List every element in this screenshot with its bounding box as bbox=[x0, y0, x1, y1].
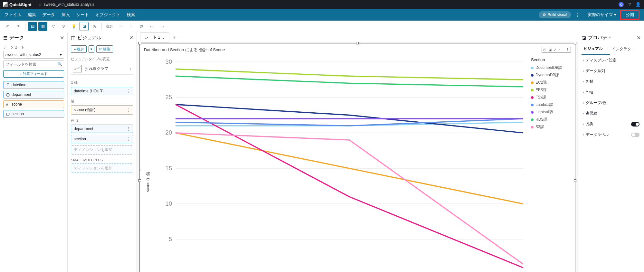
field-department[interactable]: ▢department bbox=[3, 91, 64, 98]
canvas: シート 1 ⌄ + Datetime and Section による 合計 of… bbox=[137, 32, 578, 272]
properties-icon: ◪ bbox=[582, 35, 586, 41]
legend-item[interactable]: DynamoDB課 bbox=[531, 71, 569, 79]
close-icon[interactable]: ✕ bbox=[60, 35, 64, 41]
filter-icon[interactable]: ▽ bbox=[49, 22, 58, 31]
sheet-tab-1[interactable]: シート 1 ⌄ bbox=[140, 32, 169, 42]
more-menu-icon[interactable]: ⋮ bbox=[575, 12, 580, 18]
add-visual-dropdown[interactable]: ▾ bbox=[89, 45, 94, 53]
menu-file[interactable]: ファイル bbox=[5, 12, 21, 18]
publish-button[interactable]: 公開 bbox=[620, 10, 639, 20]
help-icon[interactable]: ? bbox=[628, 2, 631, 7]
properties-panel: ◪ プロパティ ✕ ビジュアル ⋮ インタラク… ›ディスプレイ設定›データ系列… bbox=[578, 32, 644, 272]
resize-handle[interactable] bbox=[574, 179, 576, 182]
toggle[interactable] bbox=[631, 133, 639, 137]
chevron-down-icon[interactable]: ⌄ bbox=[162, 35, 165, 40]
prop-tab-visual[interactable]: ビジュアル ⋮ bbox=[582, 43, 610, 55]
add-sheet-button[interactable]: + bbox=[173, 34, 176, 41]
favorite-star-icon[interactable]: ☆ bbox=[38, 2, 42, 7]
prop-row[interactable]: ›グループ/色 bbox=[578, 98, 644, 108]
search-icon[interactable]: 🔍 bbox=[57, 62, 62, 66]
more-icon[interactable]: ⋮ bbox=[127, 127, 130, 131]
analysis-title[interactable]: sweets_with_status2 analysis bbox=[44, 2, 94, 7]
analytics-icon[interactable]: ◪ bbox=[548, 48, 552, 52]
value-well[interactable]: scone (合計)⋮ bbox=[71, 105, 133, 115]
parameters-icon[interactable]: ⚲ bbox=[59, 22, 68, 31]
toggle[interactable] bbox=[631, 122, 639, 127]
size-mode-dropdown[interactable]: 実際のサイズ ▾ bbox=[588, 12, 616, 18]
redo-icon[interactable]: ↷ bbox=[14, 22, 23, 31]
insights-icon[interactable]: 💡 bbox=[69, 22, 78, 31]
up-icon[interactable]: ↑ bbox=[558, 48, 560, 52]
field-datetime[interactable]: 🗓datetime bbox=[3, 81, 64, 89]
properties-toggle-icon[interactable]: ◪ bbox=[80, 22, 89, 31]
add-text-icon[interactable]: T bbox=[127, 22, 136, 31]
sheet-tabs: シート 1 ⌄ + bbox=[137, 32, 578, 43]
prop-tab-interaction[interactable]: インタラク… bbox=[610, 43, 637, 55]
legend-item[interactable]: RDS課 bbox=[531, 116, 569, 123]
menu-data[interactable]: データ bbox=[43, 12, 55, 18]
prop-row[interactable]: ›参照線 bbox=[578, 108, 644, 119]
resize-handle[interactable] bbox=[574, 42, 576, 44]
field-scone[interactable]: #scone bbox=[3, 100, 64, 108]
build-visual-panel-button[interactable]: ⟳ 構築 bbox=[96, 45, 113, 53]
undo-icon[interactable]: ↶ bbox=[3, 22, 12, 31]
prop-row[interactable]: ›Y 軸 bbox=[578, 87, 644, 98]
themes-icon[interactable]: ◷ bbox=[90, 22, 99, 31]
add-custom-icon[interactable]: ▭ bbox=[157, 22, 166, 31]
legend-item[interactable]: FSx課 bbox=[531, 94, 569, 101]
small-mult-add-dimension[interactable]: ディメンションを追加 bbox=[71, 164, 133, 173]
collapse-y-icon[interactable]: › bbox=[139, 167, 141, 172]
amazon-q-icon[interactable]: Q bbox=[619, 2, 624, 7]
down-icon[interactable]: ↓ bbox=[562, 48, 564, 52]
menu-object[interactable]: オブジェクト bbox=[95, 12, 120, 18]
color-well-1[interactable]: department⋮ bbox=[71, 125, 133, 133]
field-search-input[interactable] bbox=[3, 61, 64, 68]
field-section[interactable]: ▢section bbox=[3, 110, 64, 118]
more-icon[interactable]: ⋮ bbox=[127, 108, 130, 112]
menu-sheet[interactable]: シート bbox=[76, 12, 89, 18]
chart-type-selector[interactable]: 折れ線グラフ › bbox=[71, 63, 133, 75]
menu-search[interactable]: 検索 bbox=[127, 12, 135, 18]
clock-icon[interactable]: ◷ bbox=[543, 48, 546, 52]
add-control-icon[interactable]: ▭ bbox=[147, 22, 156, 31]
legend-item[interactable]: S3課 bbox=[531, 123, 569, 131]
chart-plot[interactable]: 051015202530Oct 16, 2024 5:00pmOct 16, 2… bbox=[152, 56, 529, 272]
menu-insert[interactable]: 挿入 bbox=[62, 12, 70, 18]
add-image-icon[interactable]: ▧ bbox=[137, 22, 146, 31]
menu-edit[interactable]: 編集 bbox=[28, 12, 36, 18]
legend-item[interactable]: EC2課 bbox=[531, 79, 569, 86]
color-well-2[interactable]: section⋮ bbox=[71, 135, 133, 143]
more-icon[interactable]: ⋮ bbox=[127, 137, 130, 141]
prop-row[interactable]: ›X 軸 bbox=[578, 76, 644, 87]
visual-title[interactable]: Datetime and Section による 合計 of Scone bbox=[144, 47, 225, 53]
data-panel-toggle-icon[interactable]: ▤ bbox=[28, 22, 37, 31]
more-icon[interactable]: ⋮ bbox=[566, 48, 569, 52]
visual-panel: ◫ ビジュアル ✕ + 追加 ▾ ⟳ 構築 ビジュアルタイプの変更 折れ線グラフ… bbox=[68, 32, 137, 272]
visual-panel-toggle-icon[interactable]: ▥ bbox=[38, 22, 47, 31]
close-icon[interactable]: ✕ bbox=[637, 35, 641, 41]
resize-handle[interactable] bbox=[138, 42, 141, 44]
color-add-dimension[interactable]: ディメンションを追加 bbox=[71, 145, 133, 155]
resize-handle[interactable] bbox=[138, 179, 141, 182]
dataset-select[interactable]: sweets_with_status2 ▾ bbox=[3, 51, 64, 59]
calc-field-button[interactable]: + 計算フィールド bbox=[3, 70, 64, 78]
legend-item[interactable]: Lambda課 bbox=[531, 101, 569, 108]
prop-row[interactable]: ›凡例 bbox=[578, 119, 644, 129]
prop-row[interactable]: ›データ系列 bbox=[578, 66, 644, 76]
resize-handle[interactable] bbox=[356, 42, 359, 44]
prop-row[interactable]: ›データラベル bbox=[578, 129, 644, 140]
visual-container[interactable]: Datetime and Section による 合計 of Scone ◷ ◪… bbox=[139, 43, 575, 272]
x-axis-well[interactable]: datetime (HOUR)⋮ bbox=[71, 87, 133, 95]
add-visual-button[interactable]: + 追加 bbox=[71, 45, 87, 53]
prop-row[interactable]: ›ディスプレイ設定 bbox=[578, 55, 644, 66]
add-line-icon[interactable]: 〰 bbox=[116, 22, 125, 31]
more-icon[interactable]: ⋮ bbox=[604, 47, 608, 51]
user-icon[interactable]: 👤 bbox=[635, 2, 641, 7]
legend-item[interactable]: DocumentDB課 bbox=[531, 64, 569, 71]
more-icon[interactable]: ⋮ bbox=[127, 89, 130, 93]
legend-item[interactable]: Lightsail課 bbox=[531, 108, 569, 116]
legend-item[interactable]: EFS課 bbox=[531, 86, 569, 94]
expand-icon[interactable]: ⤢ bbox=[554, 48, 556, 52]
close-icon[interactable]: ✕ bbox=[129, 35, 133, 41]
build-visual-button[interactable]: ⚙ Build visual bbox=[539, 11, 571, 18]
